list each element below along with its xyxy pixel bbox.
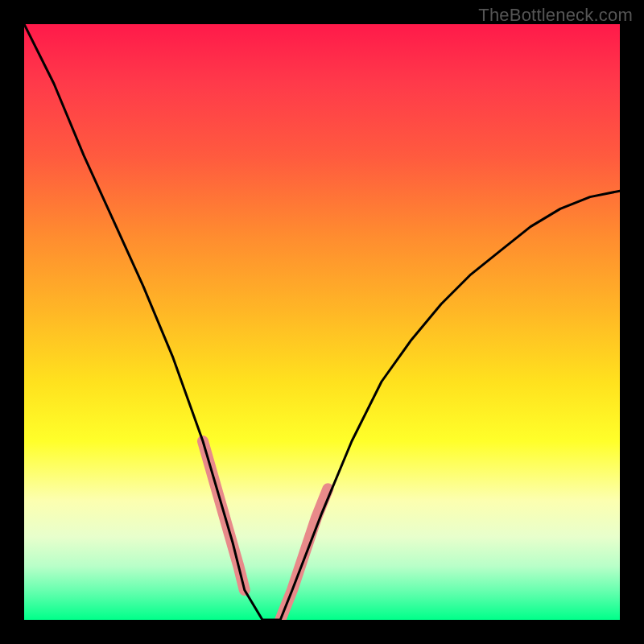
watermark-text: TheBottleneck.com (478, 5, 633, 26)
chart-svg (24, 24, 620, 620)
curve-layer (24, 24, 620, 620)
plot-area (24, 24, 620, 620)
highlight-layer (203, 441, 328, 620)
bottleneck-curve-path (24, 24, 620, 620)
